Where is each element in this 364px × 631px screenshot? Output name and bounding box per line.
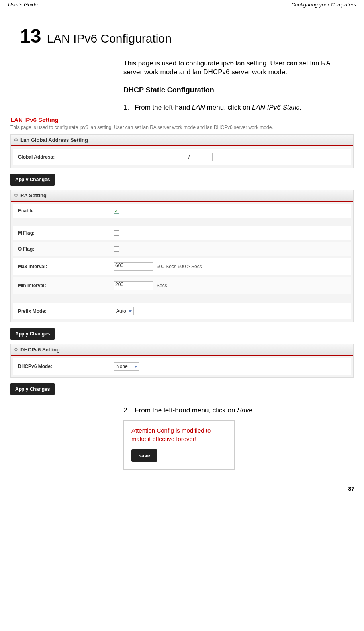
screenshot-desc: This page is used to configurate ipv6 la… bbox=[10, 125, 354, 130]
label-enable: Enable: bbox=[18, 208, 114, 214]
label-dhcpmode: DHCPv6 Mode: bbox=[18, 364, 114, 369]
panel-head-ra: ⚙ RA Setting bbox=[11, 190, 353, 202]
maxinterval-input[interactable]: 600 bbox=[114, 262, 153, 271]
mininterval-help: Secs bbox=[157, 283, 167, 288]
row-oflag: O Flag: bbox=[13, 242, 351, 256]
label-mininterval: Min Interval: bbox=[18, 283, 114, 288]
save-button[interactable]: save bbox=[131, 449, 157, 462]
oflag-checkbox[interactable] bbox=[114, 246, 119, 252]
header-right: Configuring your Computers bbox=[291, 2, 356, 8]
step-text: From the left-hand LAN menu, click on LA… bbox=[135, 104, 301, 112]
step-2: 2. From the left-hand menu, click on Sav… bbox=[123, 406, 332, 414]
gear-icon: ⚙ bbox=[14, 193, 18, 198]
row-maxinterval: Max Interval: 600 600 Secs 600 > Secs bbox=[13, 258, 351, 275]
step-1: 1. From the left-hand LAN menu, click on… bbox=[123, 104, 332, 112]
enable-checkbox[interactable]: ✓ bbox=[114, 208, 119, 214]
maxinterval-help: 600 Secs 600 > Secs bbox=[157, 264, 202, 269]
header-left: User's Guide bbox=[8, 2, 38, 8]
mininterval-input[interactable]: 200 bbox=[114, 281, 153, 290]
global-address-input[interactable] bbox=[114, 153, 185, 161]
save-message: Attention Config is modified to make it … bbox=[131, 426, 227, 443]
row-enable: Enable: ✓ bbox=[13, 204, 351, 218]
row-dhcpmode: DHCPv6 Mode: None bbox=[13, 358, 351, 375]
row-mininterval: Min Interval: 200 Secs bbox=[13, 277, 351, 294]
panel-ra-setting: ⚙ RA Setting Enable: ✓ M Flag: O Flag: M… bbox=[10, 190, 354, 322]
dhcpmode-select[interactable]: None bbox=[114, 362, 139, 371]
chapter-heading: 13 LAN IPv6 Configuration bbox=[20, 25, 356, 47]
prefixmode-select[interactable]: Auto bbox=[114, 307, 134, 316]
chapter-title: LAN IPv6 Configuration bbox=[47, 32, 172, 45]
screenshot-title: LAN IPv6 Setting bbox=[10, 116, 354, 123]
panel-global-address: ⚙ Lan Global Address Setting Global Addr… bbox=[10, 134, 354, 168]
label-mflag: M Flag: bbox=[18, 230, 114, 236]
gear-icon: ⚙ bbox=[14, 137, 18, 143]
step-number: 2. bbox=[123, 406, 129, 414]
label-prefixmode: Prefix Mode: bbox=[18, 308, 114, 314]
step-number: 1. bbox=[123, 104, 129, 112]
label-maxinterval: Max Interval: bbox=[18, 264, 114, 269]
page-number: 87 bbox=[8, 486, 354, 492]
label-global-address: Global Address: bbox=[18, 154, 114, 160]
panel-dhcpv6-setting: ⚙ DHCPv6 Setting DHCPv6 Mode: None bbox=[10, 344, 354, 378]
page-header: User's Guide Configuring your Computers bbox=[8, 0, 356, 9]
global-prefix-input[interactable] bbox=[193, 153, 213, 161]
row-mflag: M Flag: bbox=[13, 226, 351, 240]
row-prefixmode: Prefix Mode: Auto bbox=[13, 303, 351, 319]
apply-changes-button-3[interactable]: Apply Changes bbox=[10, 383, 55, 395]
panel-head-global: ⚙ Lan Global Address Setting bbox=[11, 135, 353, 146]
label-oflag: O Flag: bbox=[18, 246, 114, 252]
chapter-number: 13 bbox=[20, 25, 41, 47]
panel-head-dhcpv6: ⚙ DHCPv6 Setting bbox=[11, 344, 353, 356]
slash-separator: / bbox=[188, 154, 190, 160]
apply-changes-button-1[interactable]: Apply Changes bbox=[10, 174, 55, 186]
step-text: From the left-hand menu, click on Save. bbox=[135, 406, 254, 414]
gear-icon: ⚙ bbox=[14, 347, 18, 352]
mflag-checkbox[interactable] bbox=[114, 230, 119, 236]
apply-changes-button-2[interactable]: Apply Changes bbox=[10, 328, 55, 340]
row-global-address: Global Address: / bbox=[13, 149, 351, 165]
save-dialog: Attention Config is modified to make it … bbox=[123, 420, 235, 470]
intro-paragraph: This page is used to configurate ipv6 la… bbox=[123, 59, 332, 76]
lan-ipv6-screenshot: LAN IPv6 Setting This page is used to co… bbox=[10, 116, 354, 399]
section-title: DHCP Static Configuration bbox=[123, 86, 332, 96]
